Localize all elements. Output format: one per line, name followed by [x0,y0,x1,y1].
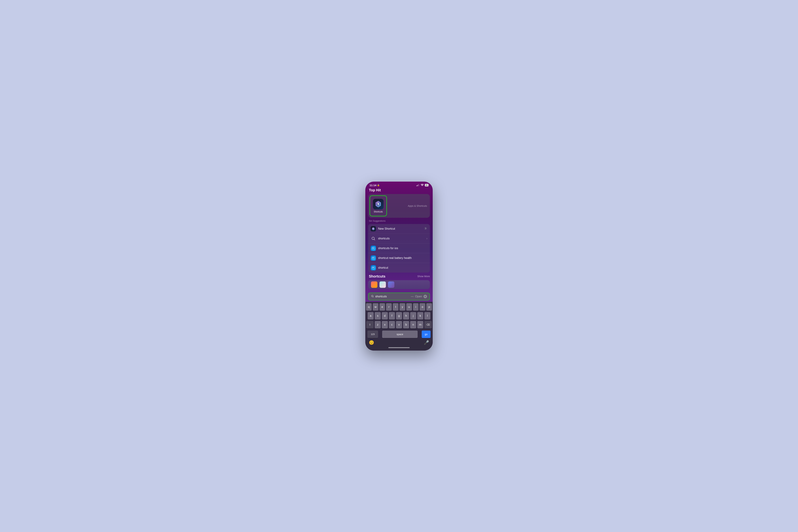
key-c[interactable]: c [389,321,395,328]
show-more-button[interactable]: Show More [417,275,430,278]
lock-icon: 🔒 [377,184,380,186]
list-item[interactable]: shortcuts › [368,234,430,244]
shortcuts-search-label: shortcuts [378,237,426,240]
home-indicator-container [366,346,432,350]
top-hit-card[interactable]: Shortcuts Apps & Shortcuts [368,194,430,218]
keyboard-row-4: 123 space go [366,330,432,339]
keyboard: q w e r t y u i o p a s d f g h j k l ⇧ … [365,302,433,350]
search-icon [371,295,374,298]
search-separator: — [411,295,414,298]
key-t[interactable]: t [393,303,398,311]
key-m[interactable]: m [417,321,423,328]
safari-result-icon2 [370,255,376,261]
status-time: 11:14 🔒 [369,184,380,187]
status-icons: 83 [416,184,429,186]
key-a[interactable]: a [367,312,374,320]
siri-suggestions-label: Siri Suggestions [368,220,430,222]
keyboard-row-2: a s d f g h j k l [366,312,432,320]
top-hit-category: Apps & Shortcuts [388,202,430,210]
shortcuts-preview-card[interactable] [368,280,430,289]
shortcuts-app-icon [373,199,384,209]
new-shortcut-label: New Shortcut [378,227,424,230]
numbers-key[interactable]: 123 [367,330,378,338]
key-x[interactable]: x [382,321,388,328]
shortcuts-section-header: Shortcuts Show More [368,274,430,279]
shortcut-label: shortcut [378,266,428,269]
search-action: Open [415,295,422,298]
key-q[interactable]: q [366,303,372,311]
search-bar-container: shortcuts — Open ✕ [365,291,433,302]
key-p[interactable]: p [426,303,432,311]
search-bar[interactable]: shortcuts — Open ✕ [368,292,430,300]
shortcuts-section-label: Shortcuts [368,274,385,279]
shortcut-battery-label: shortcut real battery health [378,256,428,260]
key-d[interactable]: d [382,312,388,320]
key-z[interactable]: z [375,321,381,328]
shortcuts-ios-label: shortcuts for ios [378,247,428,250]
new-shortcut-icon [370,226,376,231]
svg-rect-1 [417,185,418,186]
shift-key[interactable]: ⇧ [366,321,374,328]
key-h[interactable]: h [403,312,409,320]
top-hit-app-name: Shortcuts [374,210,383,213]
svg-rect-2 [418,185,418,186]
search-query: shortcuts [375,295,410,298]
key-b[interactable]: b [403,321,409,328]
keyboard-row-3: ⇧ z x c v b n m ⌫ [366,321,432,328]
svg-rect-3 [418,184,419,186]
key-y[interactable]: y [400,303,405,311]
key-s[interactable]: s [375,312,381,320]
key-f[interactable]: f [389,312,395,320]
svg-rect-0 [416,186,417,186]
list-item[interactable]: shortcuts for ios [368,244,430,253]
arrow-icon: › [426,237,428,240]
key-j[interactable]: j [410,312,416,320]
search-results-area: Top Hit [365,188,433,289]
home-indicator [388,347,410,348]
clear-search-button[interactable]: ✕ [423,295,427,298]
top-hit-app-icon-container[interactable]: Shortcuts [369,195,387,216]
key-v[interactable]: v [396,321,402,328]
time-display: 11:14 [369,184,376,187]
key-w[interactable]: w [373,303,378,311]
safari-result-icon3 [370,265,376,270]
key-g[interactable]: g [396,312,402,320]
key-n[interactable]: n [410,321,416,328]
signal-icon [416,184,420,186]
delete-key[interactable]: ⌫ [424,321,432,328]
result-list: New Shortcut shortcuts › [368,224,430,272]
wifi-icon [421,184,424,186]
phone-frame: 11:14 🔒 83 Top Hit [365,182,433,350]
status-bar: 11:14 🔒 83 [365,182,433,188]
key-l[interactable]: l [424,312,431,320]
keyboard-row-1: q w e r t y u i o p [366,303,432,311]
key-o[interactable]: o [420,303,425,311]
search-result-icon [370,236,376,241]
key-k[interactable]: k [417,312,423,320]
list-item[interactable]: shortcut [368,263,430,272]
battery-indicator: 83 [425,184,429,186]
safari-result-icon [370,246,376,251]
svg-line-9 [374,239,375,240]
top-hit-label: Top Hit [368,188,430,192]
key-e[interactable]: e [380,303,385,311]
keyboard-bottom-icons: 😊 🎤 [366,339,432,346]
list-item[interactable]: shortcut real battery health [368,253,430,263]
svg-line-23 [373,297,374,297]
key-r[interactable]: r [386,303,392,311]
list-item[interactable]: New Shortcut [368,224,430,234]
space-key[interactable]: space [382,330,418,338]
go-key[interactable]: go [422,330,431,338]
microphone-button[interactable]: 🎤 [424,340,429,345]
emoji-button[interactable]: 😊 [369,340,374,345]
key-u[interactable]: u [406,303,412,311]
svg-point-7 [424,227,427,230]
key-i[interactable]: i [413,303,419,311]
action-icon [424,227,428,231]
